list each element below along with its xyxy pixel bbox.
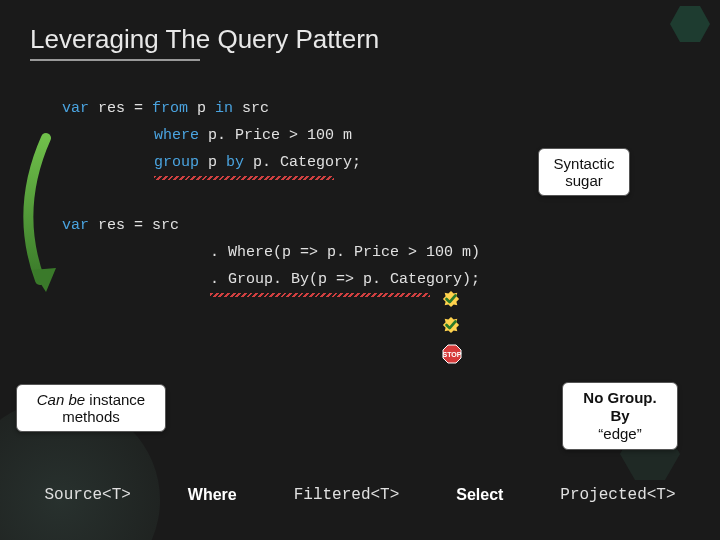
code-text: p. Price > 100 m bbox=[199, 127, 352, 144]
flow-diagram: Source<T> Where Filtered<T> Select Proje… bbox=[0, 486, 720, 504]
code-block-method-syntax: var res = src . Where(p => p. Price > 10… bbox=[62, 212, 690, 297]
code-text: p bbox=[188, 100, 215, 117]
code-text: p. Category; bbox=[244, 154, 361, 171]
code-line: where p. Price > 100 m bbox=[154, 122, 690, 149]
code-text: res = bbox=[89, 100, 152, 117]
flow-filtered: Filtered<T> bbox=[294, 486, 400, 504]
keyword: where bbox=[154, 127, 199, 144]
callout-text: “edge” bbox=[577, 425, 663, 443]
slide-content: Leveraging The Query Pattern var res = f… bbox=[0, 0, 720, 321]
code-text: p bbox=[199, 154, 226, 171]
flow-select-label: Select bbox=[456, 486, 503, 504]
keyword: var bbox=[62, 217, 89, 234]
callout-text: Can be bbox=[37, 391, 85, 408]
callout-no-groupby-edge: No Group. By “edge” bbox=[562, 382, 678, 450]
flow-projected: Projected<T> bbox=[560, 486, 675, 504]
code-text: res = src bbox=[89, 217, 179, 234]
code-block-query-syntax: var res = from p in src where p. Price >… bbox=[62, 95, 690, 180]
code-text: src bbox=[233, 100, 269, 117]
keyword: from bbox=[152, 100, 188, 117]
stop-icon: STOP bbox=[442, 344, 462, 364]
error-squiggle bbox=[210, 293, 430, 297]
callout-text: No Group. By bbox=[577, 389, 663, 425]
code-line: . Group. By(p => p. Category); bbox=[210, 266, 690, 293]
keyword: in bbox=[215, 100, 233, 117]
keyword: var bbox=[62, 100, 89, 117]
flow-where-label: Where bbox=[188, 486, 237, 504]
slide-title: Leveraging The Query Pattern bbox=[30, 24, 690, 55]
error-squiggle bbox=[154, 176, 334, 180]
code-line: var res = from p in src bbox=[62, 95, 690, 122]
svg-text:STOP: STOP bbox=[443, 351, 462, 358]
title-underline bbox=[30, 59, 200, 61]
callout-instance-methods: Can be instance methods bbox=[16, 384, 166, 432]
callout-text: methods bbox=[31, 408, 151, 425]
callout-text: instance bbox=[85, 391, 145, 408]
flow-source: Source<T> bbox=[44, 486, 130, 504]
keyword: group bbox=[154, 154, 199, 171]
code-line: var res = src bbox=[62, 212, 690, 239]
keyword: by bbox=[226, 154, 244, 171]
code-line: group p by p. Category; bbox=[154, 149, 690, 176]
code-line: . Where(p => p. Price > 100 m) bbox=[210, 239, 690, 266]
